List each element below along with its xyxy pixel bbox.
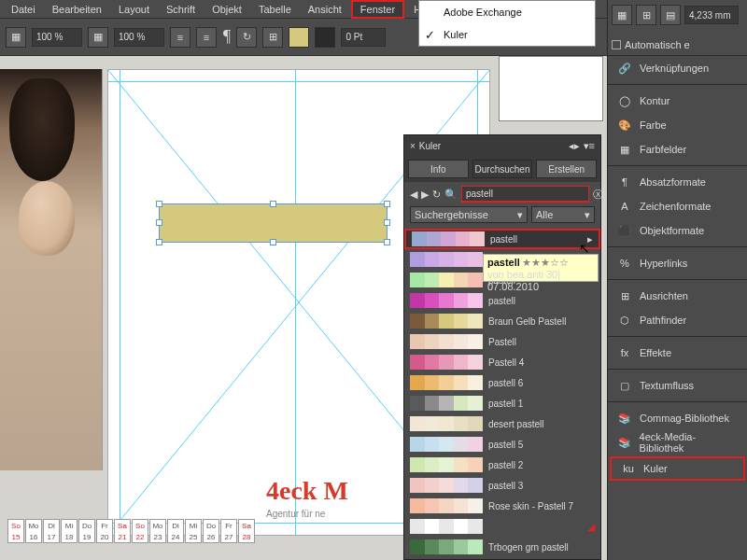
theme-row[interactable]: pastell 6 xyxy=(404,372,600,393)
next-icon[interactable]: ▶ xyxy=(421,189,429,201)
stroke-swatch[interactable] xyxy=(315,27,335,48)
toolbar-btn[interactable]: ↻ xyxy=(236,27,257,48)
filter-all[interactable]: Alle▾ xyxy=(531,206,595,223)
toolbar-btn[interactable]: ≡ xyxy=(196,27,217,48)
kuler-header[interactable]: × Kuler ◂▸ ▾≡ xyxy=(404,135,600,156)
swatches xyxy=(412,231,485,246)
cal-day: Di24 xyxy=(167,519,184,543)
zoom-field2[interactable]: 100 % xyxy=(114,28,164,47)
theme-row[interactable]: pastell 2 xyxy=(404,455,600,475)
calendar-strip: So15Mo16Di17Mi18Do19Fr20Sa21So22Mo23Di24… xyxy=(7,519,255,543)
theme-label: pastell 2 xyxy=(488,460,595,470)
textumfluss-icon: ▢ xyxy=(617,380,632,392)
tab-durchsuchen[interactable]: Durchsuchen xyxy=(472,160,533,178)
pt-field[interactable]: 0 Pt xyxy=(341,28,386,47)
tab-erstellen[interactable]: Erstellen xyxy=(536,160,597,178)
menu-tabelle[interactable]: Tabelle xyxy=(251,2,299,17)
toolbar-btn[interactable]: ▦ xyxy=(6,27,26,48)
panel-textumfluss[interactable]: ▢Textumfluss xyxy=(608,373,747,398)
swatches xyxy=(410,478,483,493)
panel-hyperlinks[interactable]: %Hyperlinks xyxy=(608,251,747,275)
panel-farbfelder[interactable]: ▦Farbfelder xyxy=(608,137,747,161)
4eck-media-bibliothek-icon: 📚 xyxy=(617,437,632,449)
panel-menu-icon[interactable]: ▾≡ xyxy=(584,140,595,152)
swatches xyxy=(410,252,483,267)
theme-row[interactable]: Rose skin - Pastell 7 xyxy=(404,496,600,516)
mm-field[interactable]: 4,233 mm xyxy=(684,6,739,24)
panel-farbe[interactable]: 🎨Farbe xyxy=(608,113,747,137)
swatches xyxy=(410,416,483,431)
selected-frame[interactable] xyxy=(159,203,388,243)
pilcrow-icon: ¶ xyxy=(222,27,231,47)
theme-label: pastell 6 xyxy=(488,378,595,388)
panel-commag-bibliothek[interactable]: 📚Commag-Bibliothek xyxy=(608,406,747,430)
theme-row[interactable]: pastell 1 xyxy=(404,393,600,413)
zoom-field[interactable]: 100 % xyxy=(32,28,82,47)
theme-row[interactable]: pastell 3 xyxy=(404,475,600,496)
filter-results[interactable]: Suchergebnisse▾ xyxy=(410,206,528,223)
panel-icon[interactable]: ▦ xyxy=(612,5,632,25)
clear-icon[interactable]: ⓧ xyxy=(593,188,603,202)
panel-zeichenformate[interactable]: AZeichenformate xyxy=(608,194,747,218)
toolbar-btn[interactable]: ⊞ xyxy=(262,27,283,48)
cal-day: Mi25 xyxy=(185,519,202,543)
refresh-icon[interactable]: ↻ xyxy=(432,189,441,201)
ausrichten-icon: ⊞ xyxy=(617,290,632,302)
theme-row[interactable]: pastell▸ xyxy=(404,229,600,249)
absatzformate-icon: ¶ xyxy=(617,176,632,188)
theme-row[interactable]: desert pastell xyxy=(404,413,600,434)
prev-icon[interactable]: ◀ xyxy=(410,189,417,201)
menu-bearbeiten[interactable]: Bearbeiten xyxy=(45,2,109,17)
theme-row[interactable]: pastell 5 xyxy=(404,434,600,455)
dropdown-adobe-exchange[interactable]: Adobe Exchange xyxy=(419,1,595,23)
panel-kuler[interactable]: kuKuler xyxy=(610,456,745,481)
swatches xyxy=(410,273,483,287)
panel-absatzformate[interactable]: ¶Absatzformate xyxy=(608,170,747,194)
panel-objektformate[interactable]: ⬛Objektformate xyxy=(608,218,747,243)
menu-schrift[interactable]: Schrift xyxy=(159,2,203,17)
subtitle-text: Agentur für ne xyxy=(266,509,325,519)
toolbar-btn[interactable]: ▦ xyxy=(88,27,108,48)
panel-kontur[interactable]: ◯Kontur xyxy=(608,89,747,113)
farbfelder-icon: ▦ xyxy=(617,144,632,156)
cal-day: Fr20 xyxy=(96,519,113,543)
menu-objekt[interactable]: Objekt xyxy=(204,2,249,17)
fenster-dropdown: Adobe Exchange Kuler xyxy=(418,0,596,47)
menu-fenster[interactable]: Fenster xyxy=(351,0,404,19)
panel-ausrichten[interactable]: ⊞Ausrichten xyxy=(608,284,747,308)
placed-image[interactable] xyxy=(0,69,103,470)
toolbar-btn[interactable]: ≡ xyxy=(170,27,190,48)
panel-effekte[interactable]: fxEffekte xyxy=(608,341,747,365)
swatches xyxy=(410,498,483,513)
theme-tooltip: pastell ★★★☆☆ von bea.anti 30| 07.08.201… xyxy=(483,254,599,282)
theme-row[interactable]: ◢ xyxy=(404,516,600,537)
theme-row[interactable]: Pastell 4 xyxy=(404,352,600,372)
theme-row[interactable]: Pastell xyxy=(404,331,600,352)
theme-label: Braun Gelb Pastell xyxy=(488,316,595,327)
panel-4eck-media-bibliothek[interactable]: 📚4eck-Media-Bibliothek xyxy=(608,430,747,455)
search-input[interactable] xyxy=(461,186,589,203)
menu-layout[interactable]: Layout xyxy=(111,2,157,17)
auto-checkbox[interactable] xyxy=(612,40,621,49)
theme-label: desert pastell xyxy=(488,419,595,429)
swatches xyxy=(410,519,483,534)
panel-pathfinder[interactable]: ⬡Pathfinder xyxy=(608,308,747,332)
cal-day: Sa21 xyxy=(114,519,131,543)
swatches xyxy=(410,375,483,390)
cal-day: So22 xyxy=(132,519,148,543)
theme-row[interactable]: Trbogen grn pastell xyxy=(404,537,600,557)
menu-datei[interactable]: Datei xyxy=(4,2,43,17)
menu-ansicht[interactable]: Ansicht xyxy=(301,2,349,17)
dropdown-kuler[interactable]: Kuler xyxy=(419,23,595,46)
panel-icon[interactable]: ▤ xyxy=(660,5,681,25)
panel-icon[interactable]: ⊞ xyxy=(636,5,656,25)
panel-verknüpfungen[interactable]: 🔗Verknüpfungen xyxy=(608,56,747,80)
pathfinder-icon: ⬡ xyxy=(617,315,632,327)
theme-row[interactable]: Braun Gelb Pastell xyxy=(404,311,600,331)
page-thumbnail[interactable] xyxy=(499,56,603,121)
fill-swatch[interactable] xyxy=(289,27,309,48)
theme-row[interactable]: pastell xyxy=(404,290,600,311)
tab-info[interactable]: Info xyxy=(408,160,469,178)
collapse-icon[interactable]: ◂▸ xyxy=(569,140,580,152)
cal-day: Do19 xyxy=(78,519,95,543)
